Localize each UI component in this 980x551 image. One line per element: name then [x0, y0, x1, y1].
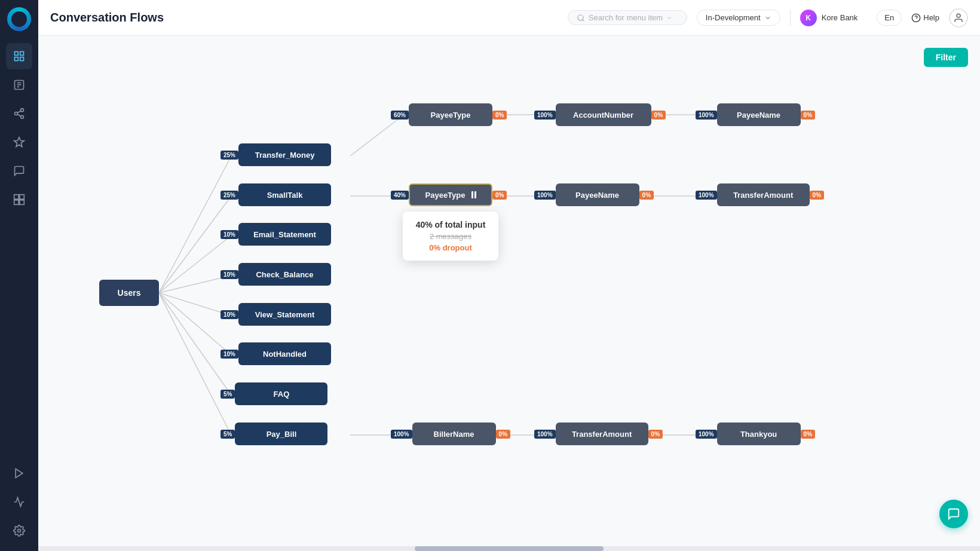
svg-rect-3 [20, 57, 24, 61]
sidebar-item-apps[interactable] [6, 186, 32, 213]
pct-payeetype-r1: 60% [391, 111, 409, 120]
svg-rect-1 [20, 52, 24, 56]
node-wrap-payeetype-r1: 60% PayeeType 0% [391, 103, 507, 126]
env-label: In-Development [706, 13, 761, 22]
node-payeetype-r2[interactable]: PayeeType [409, 183, 492, 206]
pause-icon [471, 191, 476, 198]
dropout-payeetype-r1: 0% [492, 111, 507, 120]
node-tooltip: 40% of total input 2 messages 0% dropout [403, 212, 498, 261]
node-view-statement[interactable]: View_Statement [238, 303, 331, 326]
node-wrap-check-balance: 10% Check_Balance [220, 263, 331, 286]
dropout-payeetype-r2: 0% [492, 191, 507, 200]
node-users[interactable]: Users [99, 280, 159, 306]
dropout-transferamount-r3: 0% [648, 430, 663, 439]
header: Conversation Flows Search for menu item … [38, 0, 980, 36]
node-smalltalk[interactable]: SmallTalk [238, 183, 331, 206]
node-check-balance[interactable]: Check_Balance [238, 263, 331, 286]
node-wrap-view-statement: 10% View_Statement [220, 303, 331, 326]
user-avatar[interactable] [949, 8, 968, 27]
svg-point-20 [578, 14, 583, 20]
avatar-icon [953, 13, 964, 23]
dropout-accountnumber: 0% [651, 111, 666, 120]
node-payeename-r1[interactable]: PayeeName [717, 103, 801, 126]
node-wrap-payeetype-r2: 40% PayeeType 0% [391, 183, 507, 206]
pct-payeetype-r2: 40% [391, 191, 409, 200]
node-transferamount-r2[interactable]: TransferAmount [717, 183, 810, 206]
dropout-transferamount-r2: 0% [810, 191, 824, 200]
main-content: Conversation Flows Search for menu item … [38, 0, 980, 551]
help-button[interactable]: Help [911, 13, 939, 23]
node-wrap-accountnumber: 100% AccountNumber 0% [534, 103, 666, 126]
chat-button[interactable] [939, 500, 968, 528]
pct-badge-view: 10% [220, 310, 238, 319]
node-nothandled[interactable]: NotHandled [238, 342, 331, 365]
sidebar-item-magic[interactable] [6, 129, 32, 155]
node-transferamount-r3[interactable]: TransferAmount [556, 423, 648, 445]
node-wrap-payeename-r1: 100% PayeeName 0% [696, 103, 815, 126]
svg-point-9 [15, 112, 18, 115]
sidebar-item-dashboard[interactable] [6, 43, 32, 69]
node-email-statement[interactable]: Email_Statement [238, 223, 331, 246]
dropout-billername: 0% [496, 430, 510, 439]
node-pay-bill[interactable]: Pay_Bill [235, 423, 327, 445]
page-title: Conversation Flows [50, 11, 164, 25]
node-billername[interactable]: BillerName [412, 423, 496, 445]
svg-point-10 [21, 115, 24, 118]
bank-name: Kore Bank [822, 13, 858, 22]
tooltip-pct: 40% of total input [415, 220, 486, 229]
tooltip-messages: 2 messages [415, 232, 486, 241]
sidebar-item-settings[interactable] [6, 518, 32, 544]
pct-transferamount-r3: 100% [534, 430, 556, 439]
dropout-thankyou: 0% [801, 430, 815, 439]
node-wrap-nothandled: 10% NotHandled [220, 342, 331, 365]
node-wrap-transferamount-r3: 100% TransferAmount 0% [534, 423, 663, 445]
chat-icon [947, 507, 960, 521]
sidebar [0, 0, 38, 551]
dropout-payeename-r1: 0% [801, 111, 815, 120]
node-accountnumber[interactable]: AccountNumber [556, 103, 651, 126]
svg-rect-15 [20, 195, 24, 200]
tooltip-dropout: 0% dropout [415, 243, 486, 252]
node-payeetype-r1[interactable]: PayeeType [409, 103, 492, 126]
chevron-down-icon [666, 15, 672, 21]
bank-selector[interactable]: K Kore Bank [790, 10, 868, 26]
dropout-payeename-r2: 0% [639, 191, 654, 200]
node-faq[interactable]: FAQ [235, 382, 327, 405]
svg-point-8 [21, 109, 24, 112]
node-wrap-thankyou: 100% Thankyou 0% [696, 423, 815, 445]
app-logo[interactable] [7, 7, 31, 31]
horizontal-scrollbar[interactable] [38, 546, 980, 551]
node-payeename-r2[interactable]: PayeeName [556, 183, 639, 206]
svg-marker-18 [16, 469, 23, 478]
scrollbar-thumb[interactable] [415, 546, 603, 551]
svg-rect-16 [14, 200, 19, 205]
node-wrap-email-statement: 10% Email_Statement [220, 223, 331, 246]
node-thankyou[interactable]: Thankyou [717, 423, 801, 445]
flow-canvas: Filter [38, 36, 980, 546]
node-wrap-payeename-r2: 100% PayeeName 0% [534, 183, 654, 206]
node-transfer-money[interactable]: Transfer_Money [238, 143, 331, 166]
svg-rect-14 [14, 195, 19, 200]
env-selector[interactable]: In-Development [697, 10, 780, 26]
node-wrap-billername: 100% BillerName 0% [391, 423, 510, 445]
svg-point-19 [18, 529, 21, 532]
pct-badge-email: 10% [220, 230, 238, 239]
pct-thankyou: 100% [696, 430, 717, 439]
pct-accountnumber: 100% [534, 111, 556, 120]
sidebar-item-reports[interactable] [6, 72, 32, 98]
filter-button[interactable]: Filter [924, 48, 968, 67]
svg-marker-13 [14, 137, 24, 147]
search-bar[interactable]: Search for menu item [568, 10, 687, 25]
pct-billername: 100% [391, 430, 412, 439]
node-wrap-pay-bill: 5% Pay_Bill [220, 423, 327, 445]
svg-point-24 [957, 14, 960, 17]
sidebar-item-analytics[interactable] [6, 489, 32, 515]
language-selector[interactable]: En [877, 10, 902, 26]
sidebar-item-share[interactable] [6, 100, 32, 127]
sidebar-item-chat[interactable] [6, 158, 32, 184]
pct-badge-faq: 5% [220, 390, 235, 399]
connector-lines [38, 36, 980, 546]
node-wrap-transferamount-r2: 100% TransferAmount 0% [696, 183, 824, 206]
pct-badge-pay-bill: 5% [220, 430, 235, 439]
sidebar-item-run[interactable] [6, 460, 32, 486]
